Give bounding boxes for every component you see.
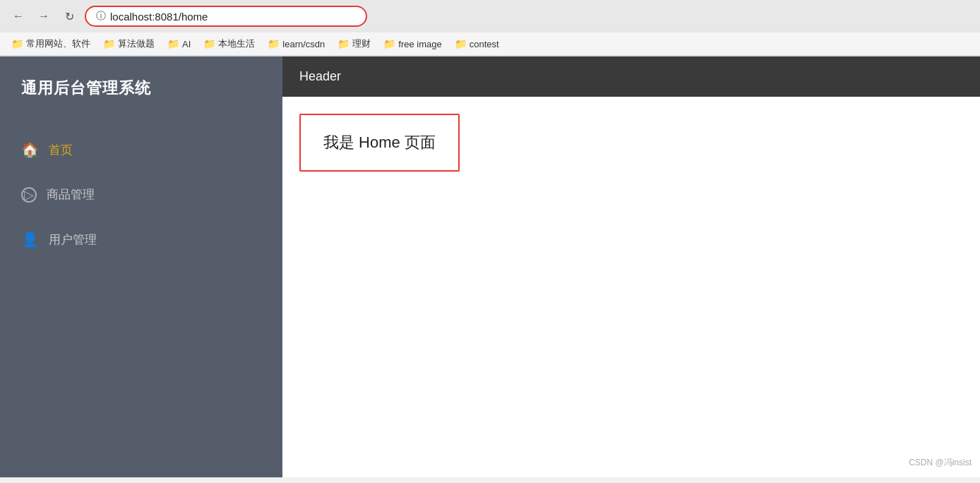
secure-icon: ⓘ bbox=[96, 10, 106, 23]
sidebar: 通用后台管理系统 🏠首页▷商品管理👤用户管理 bbox=[0, 56, 282, 477]
bookmark-label: 常用网站、软件 bbox=[26, 37, 90, 50]
sidebar-nav-item-0[interactable]: 🏠首页 bbox=[0, 127, 282, 172]
browser-toolbar: ← → ↻ ⓘ bbox=[0, 0, 980, 32]
sidebar-nav: 🏠首页▷商品管理👤用户管理 bbox=[0, 127, 282, 262]
bookmark-item[interactable]: 📁算法做题 bbox=[97, 35, 160, 52]
bookmark-label: 本地生活 bbox=[218, 37, 255, 50]
folder-icon: 📁 bbox=[11, 38, 23, 49]
home-icon: 🏠 bbox=[21, 141, 39, 158]
url-input[interactable] bbox=[110, 11, 356, 23]
app-container: 通用后台管理系统 🏠首页▷商品管理👤用户管理 Header 我是 Home 页面… bbox=[0, 56, 980, 477]
goods-icon: ▷ bbox=[21, 187, 37, 203]
back-button[interactable]: ← bbox=[8, 6, 28, 26]
watermark: CSDN @冯insist bbox=[909, 457, 972, 469]
bookmark-label: 理财 bbox=[352, 37, 371, 50]
folder-icon: 📁 bbox=[337, 38, 349, 49]
bookmark-label: contest bbox=[470, 39, 499, 49]
bookmark-item[interactable]: 📁本地生活 bbox=[198, 35, 261, 52]
folder-icon: 📁 bbox=[103, 38, 115, 49]
bookmark-item[interactable]: 📁free image bbox=[378, 36, 447, 52]
nav-label: 商品管理 bbox=[47, 186, 95, 203]
browser-chrome: ← → ↻ ⓘ 📁常用网站、软件📁算法做题📁AI📁本地生活📁learn/csdn… bbox=[0, 0, 980, 56]
header-title: Header bbox=[299, 69, 341, 83]
sidebar-nav-item-2[interactable]: 👤用户管理 bbox=[0, 217, 282, 262]
sidebar-title: 通用后台管理系统 bbox=[0, 56, 282, 120]
reload-button[interactable]: ↻ bbox=[59, 6, 79, 26]
bookmark-item[interactable]: 📁learn/csdn bbox=[262, 36, 330, 52]
bookmark-item[interactable]: 📁常用网站、软件 bbox=[6, 35, 96, 52]
user-icon: 👤 bbox=[21, 231, 39, 248]
main-header: Header bbox=[282, 56, 980, 97]
address-bar[interactable]: ⓘ bbox=[85, 6, 367, 27]
folder-icon: 📁 bbox=[203, 38, 215, 49]
folder-icon: 📁 bbox=[167, 38, 179, 49]
forward-button[interactable]: → bbox=[34, 6, 54, 26]
bookmark-label: learn/csdn bbox=[282, 39, 325, 49]
bookmark-label: 算法做题 bbox=[118, 37, 155, 50]
bookmark-label: AI bbox=[182, 39, 191, 49]
bookmark-item[interactable]: 📁contest bbox=[449, 36, 505, 52]
home-page-box: 我是 Home 页面 bbox=[299, 114, 460, 172]
folder-icon: 📁 bbox=[455, 38, 467, 49]
main-body: 我是 Home 页面 CSDN @冯insist bbox=[282, 97, 980, 477]
bookmark-item[interactable]: 📁AI bbox=[162, 36, 196, 52]
bookmarks-bar: 📁常用网站、软件📁算法做题📁AI📁本地生活📁learn/csdn📁理财📁free… bbox=[0, 32, 980, 56]
nav-label: 用户管理 bbox=[49, 232, 97, 248]
bookmark-item[interactable]: 📁理财 bbox=[332, 35, 376, 52]
folder-icon: 📁 bbox=[268, 38, 280, 49]
sidebar-nav-item-1[interactable]: ▷商品管理 bbox=[0, 172, 282, 217]
bookmark-label: free image bbox=[398, 39, 441, 49]
home-page-text: 我是 Home 页面 bbox=[323, 133, 436, 151]
nav-label: 首页 bbox=[49, 142, 73, 158]
folder-icon: 📁 bbox=[383, 38, 395, 49]
main-content: Header 我是 Home 页面 CSDN @冯insist bbox=[282, 56, 980, 477]
